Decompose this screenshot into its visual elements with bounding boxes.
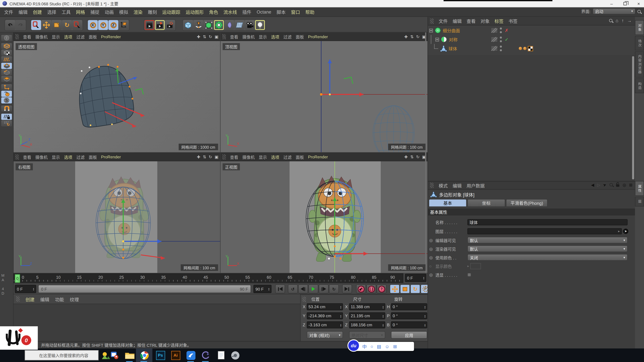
workplane-lock-icon[interactable] bbox=[1, 114, 12, 120]
tab-coordinates[interactable]: 坐标 bbox=[468, 199, 505, 207]
visibility-dots-icon[interactable] bbox=[500, 45, 502, 51]
vp-menu-options[interactable]: 选项 bbox=[64, 33, 72, 40]
zoom-view-icon[interactable]: ⇅ bbox=[410, 34, 414, 39]
target-icon[interactable]: ◎ bbox=[622, 183, 626, 187]
selection-tag-icon[interactable] bbox=[519, 47, 522, 50]
keyframe-help-button[interactable]: ? bbox=[377, 284, 386, 294]
vp-menu-camera[interactable]: 摄像机 bbox=[36, 154, 48, 160]
pan-view-icon[interactable]: ✚ bbox=[404, 155, 408, 159]
om-menu-tags[interactable]: 标签 bbox=[494, 17, 504, 24]
coordinate-mode-dropdown[interactable]: 对象 (相对)▾ bbox=[307, 331, 343, 339]
maximize-view-icon[interactable]: ▣ bbox=[215, 155, 218, 159]
layer-toggle-icon[interactable] bbox=[491, 27, 498, 33]
cinema4d-icon[interactable] bbox=[201, 350, 211, 360]
menu-animate[interactable]: 动画 bbox=[105, 8, 114, 15]
restore-button[interactable] bbox=[624, 2, 627, 5]
pick-object-icon[interactable]: ➤ bbox=[602, 182, 607, 187]
render-view-button[interactable] bbox=[144, 20, 154, 30]
photoshop-icon[interactable]: Ps bbox=[155, 350, 166, 360]
menu-motion-tracker[interactable]: 运动跟踪 bbox=[162, 8, 180, 15]
render-to-picture-viewer-button[interactable] bbox=[155, 20, 165, 30]
anim-dot-icon[interactable]: ◎ bbox=[429, 247, 433, 251]
file-explorer-icon[interactable] bbox=[124, 350, 135, 360]
ime-lang-toggle[interactable]: 中 bbox=[362, 343, 367, 350]
expand-icon[interactable] bbox=[435, 37, 439, 41]
menu-help[interactable]: 帮助 bbox=[306, 8, 314, 15]
goto-end-button[interactable] bbox=[342, 284, 352, 294]
redo-button[interactable] bbox=[16, 20, 26, 30]
search-icon[interactable] bbox=[638, 10, 641, 13]
frame-spinner[interactable]: 0 F▴▾ bbox=[405, 274, 426, 282]
vp-menu-filter[interactable]: 过滤 bbox=[76, 154, 85, 160]
panel-grip-icon[interactable] bbox=[15, 154, 19, 160]
om-home-icon[interactable]: ⌂ bbox=[616, 18, 618, 23]
workplane-mode-icon[interactable] bbox=[1, 56, 12, 62]
gray-app-icon[interactable] bbox=[230, 350, 240, 360]
key-scale-toggle[interactable] bbox=[400, 284, 410, 294]
history-forward-icon[interactable]: ▷ bbox=[597, 183, 600, 187]
vp-menu-display[interactable]: 显示 bbox=[52, 154, 60, 160]
vp-menu-display[interactable]: 显示 bbox=[52, 33, 60, 40]
goto-start-button[interactable] bbox=[275, 284, 285, 294]
panel-grip-icon[interactable] bbox=[430, 183, 434, 188]
vp-menu-panel[interactable]: 面板 bbox=[296, 33, 304, 40]
ime-keyboard-icon[interactable]: ▤ bbox=[377, 344, 381, 349]
material-manager-area[interactable] bbox=[14, 304, 300, 341]
edges-mode-icon[interactable] bbox=[1, 69, 12, 76]
side-tab-attributes[interactable]: 属性 bbox=[635, 181, 644, 196]
size-x-field[interactable]: 11.388 cm▴▾ bbox=[349, 303, 386, 310]
am-menu-edit[interactable]: 编辑 bbox=[453, 182, 462, 189]
render-settings-button[interactable] bbox=[165, 20, 175, 30]
zoom-view-icon[interactable]: ⇅ bbox=[203, 155, 206, 159]
layer-toggle-icon[interactable] bbox=[491, 36, 498, 42]
play-reverse-button[interactable]: ↺ bbox=[288, 284, 298, 294]
apply-button[interactable]: 应用 bbox=[391, 331, 427, 339]
vp-menu-camera[interactable]: 摄像机 bbox=[242, 33, 254, 40]
side-tab-structure[interactable]: 构造 bbox=[635, 78, 644, 93]
menu-tools[interactable]: 工具 bbox=[62, 8, 70, 15]
rotate-tool[interactable]: ↻ bbox=[62, 20, 72, 30]
display-color-swatch[interactable] bbox=[470, 263, 481, 269]
visibility-dots-icon[interactable] bbox=[500, 27, 502, 33]
rotation-p-field[interactable]: 0 °▴▾ bbox=[391, 312, 427, 320]
history-back-icon[interactable]: ◀ bbox=[591, 183, 594, 187]
panel-grip-icon[interactable] bbox=[430, 18, 434, 24]
vp-menu-filter[interactable]: 过滤 bbox=[284, 154, 292, 160]
mat-menu-create[interactable]: 创建 bbox=[26, 296, 34, 302]
position-z-field[interactable]: -3.163 cm▴▾ bbox=[307, 322, 343, 329]
range-start-field[interactable]: 0 F▴▾ bbox=[15, 285, 36, 293]
key-position-toggle[interactable] bbox=[390, 284, 400, 294]
vp-menu-panel[interactable]: 面板 bbox=[296, 154, 304, 160]
ime-settings-icon[interactable]: ⊞ bbox=[393, 344, 397, 349]
vp-menu-prorender[interactable]: ProRender bbox=[308, 155, 328, 159]
baidu-ime-icon[interactable]: du bbox=[348, 339, 360, 352]
side-tab-layers[interactable]: 层 bbox=[635, 197, 644, 206]
viewport-canvas[interactable] bbox=[220, 41, 428, 152]
om-scrollbar[interactable] bbox=[632, 56, 634, 179]
new-panel-icon[interactable]: ⊞ bbox=[629, 183, 632, 187]
weather-icon[interactable] bbox=[100, 350, 110, 360]
viewport-canvas[interactable] bbox=[220, 161, 428, 273]
name-input[interactable]: 球体 bbox=[468, 219, 628, 225]
make-editable-icon[interactable] bbox=[1, 35, 12, 41]
menu-create[interactable]: 创建 bbox=[33, 8, 42, 15]
model-mode-icon[interactable] bbox=[1, 43, 12, 49]
menu-render[interactable]: 渲染 bbox=[134, 8, 142, 15]
om-menu-view[interactable]: 查看 bbox=[466, 17, 476, 24]
interface-dropdown[interactable]: 启动▾ bbox=[593, 8, 636, 14]
om-menu-bookmarks[interactable]: 书签 bbox=[508, 17, 518, 24]
menu-plugins[interactable]: 插件 bbox=[242, 8, 252, 15]
menu-character[interactable]: 角色 bbox=[209, 8, 218, 15]
visibility-dots-icon[interactable] bbox=[500, 36, 502, 42]
anim-dot-icon[interactable]: ◎ bbox=[429, 272, 433, 277]
om-forward-icon[interactable]: → bbox=[627, 18, 632, 23]
viewport-canvas[interactable] bbox=[14, 41, 220, 152]
undo-button[interactable] bbox=[5, 20, 15, 30]
panel-grip-icon[interactable] bbox=[16, 296, 20, 302]
use-color-dropdown[interactable]: 关闭▾ bbox=[468, 254, 628, 261]
panel-grip-icon[interactable] bbox=[222, 34, 226, 39]
key-rotation-toggle[interactable]: ↻ bbox=[410, 284, 420, 294]
position-x-field[interactable]: 53.24 cm▴▾ bbox=[307, 303, 343, 310]
am-menu-userdata[interactable]: 用户数据 bbox=[466, 182, 485, 189]
viewport-solo-icon[interactable]: S bbox=[1, 97, 12, 103]
